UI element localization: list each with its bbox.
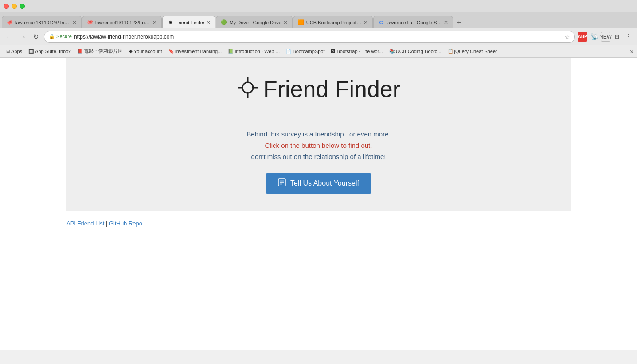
tab-ucb-bootcamp[interactable]: 🟧 UCB Bootcamp Project 1 - C... ✕ — [293, 16, 373, 28]
tab-favicon: ⊕ — [167, 19, 173, 26]
address-bar: ← → ↻ 🔒 Secure https://lawlaw-friend-fin… — [0, 28, 637, 45]
account-icon: ◆ — [129, 49, 133, 54]
tab-favicon: 🐙 — [7, 19, 13, 26]
extension-another[interactable]: ⊞ — [612, 32, 622, 42]
tab-close-button[interactable]: ✕ — [206, 19, 211, 26]
bookmark-investment[interactable]: 🔖 Investment Banking... — [166, 48, 225, 55]
bootcampspot-icon: 📄 — [286, 49, 291, 54]
tab-favicon: G — [378, 19, 384, 26]
investment-icon: 🔖 — [168, 49, 174, 54]
tab-close-button[interactable]: ✕ — [283, 19, 288, 26]
extension-cast[interactable]: 📡 — [589, 32, 599, 42]
tagline-line3: don't miss out on the relationship of a … — [246, 151, 390, 163]
bookmark-label: UCB-Coding-Bootc... — [396, 49, 442, 54]
svg-point-0 — [242, 82, 253, 93]
back-button[interactable]: ← — [4, 32, 15, 41]
bookmark-label: App Suite. Inbox — [35, 49, 71, 54]
bookmark-label: Apps — [11, 49, 22, 54]
bookmarks-overflow-button[interactable]: » — [630, 48, 633, 55]
bookmark-label: Your account — [134, 49, 162, 54]
bookmark-label: Investment Banking... — [175, 49, 222, 54]
bookmark-bootcampspot[interactable]: 📄 BootcampSpot — [283, 48, 327, 55]
fullscreen-window-button[interactable] — [20, 4, 25, 9]
tab-close-button[interactable]: ✕ — [363, 19, 368, 26]
bookmark-ucb-coding[interactable]: 📚 UCB-Coding-Bootc... — [387, 48, 444, 55]
bookmark-account[interactable]: ◆ Your account — [126, 48, 165, 55]
bookmark-label: BootcampSpot — [293, 49, 324, 54]
tab-friend-finder[interactable]: ⊕ Friend Finder ✕ — [162, 16, 215, 28]
app-title: Friend Finder — [263, 76, 400, 102]
github-repo-link[interactable]: GitHub Repo — [109, 220, 142, 227]
api-friend-list-link[interactable]: API Friend List — [66, 220, 104, 227]
secure-indicator: 🔒 Secure — [49, 34, 72, 39]
tab-favicon: 🐙 — [87, 19, 93, 26]
new-tab-button[interactable]: + — [453, 17, 465, 28]
hero-tagline: Behind this survey is a friendship...or … — [246, 128, 390, 163]
tab-friend-repo[interactable]: 🐙 lawrencel13110123/Friend... ✕ — [82, 16, 162, 28]
tab-favicon: 🟧 — [298, 19, 304, 26]
tab-google-drive[interactable]: 🟢 My Drive - Google Drive ✕ — [216, 16, 292, 28]
bookmark-label: Introduction · Web-... — [234, 49, 280, 54]
tab-favicon: 🟢 — [221, 19, 227, 26]
tab-title: Friend Finder — [176, 20, 204, 25]
app-suite-icon: 🔲 — [28, 49, 34, 54]
form-icon — [278, 178, 286, 188]
browser-extensions: ABP 📡 NEW ⊞ ⋮ — [578, 32, 633, 42]
crosshair-icon — [237, 77, 259, 102]
tab-trip[interactable]: 🐙 lawrencel13110123/Trip-C... ✕ — [2, 16, 82, 28]
footer-separator: | — [104, 220, 109, 227]
intro-web-icon: 📗 — [228, 49, 233, 54]
bookmark-label: jQuery Cheat Sheet — [454, 49, 497, 54]
tab-bar: 🐙 lawrencel13110123/Trip-C... ✕ 🐙 lawren… — [0, 12, 637, 28]
url-text: https://lawlaw-friend-finder.herokuapp.c… — [74, 34, 174, 40]
bookmark-bootstrap[interactable]: 🅱 Bootstrap · The wor... — [328, 48, 385, 55]
bookmark-intro-web[interactable]: 📗 Introduction · Web-... — [225, 48, 282, 55]
bootstrap-icon: 🅱 — [331, 49, 335, 54]
forward-button[interactable]: → — [17, 32, 28, 41]
site-title: Friend Finder — [237, 76, 400, 102]
bookmark-star-icon[interactable]: ☆ — [564, 33, 570, 40]
bookmark-label: Bootstrap · The wor... — [336, 49, 383, 54]
tab-close-button[interactable]: ✕ — [72, 19, 77, 26]
page-content: Friend Finder Behind this survey is a fr… — [0, 58, 637, 350]
cta-button-label: Tell Us About Yourself — [290, 179, 359, 187]
tab-google-search[interactable]: G lawrence liu - Google Searc... ✕ — [373, 16, 453, 28]
title-bar — [0, 0, 637, 12]
bookmarks-bar: ⊞ Apps 🔲 App Suite. Inbox 📕 電影・伊莉影片區 ◆ Y… — [0, 45, 637, 58]
tell-us-button[interactable]: Tell Us About Yourself — [266, 173, 371, 194]
apps-icon: ⊞ — [6, 49, 10, 54]
jquery-icon: 📋 — [448, 49, 453, 54]
tab-close-button[interactable]: ✕ — [444, 19, 448, 26]
close-window-button[interactable] — [4, 4, 9, 9]
browser-chrome: 🐙 lawrencel13110123/Trip-C... ✕ 🐙 lawren… — [0, 0, 637, 58]
bookmark-app-suite[interactable]: 🔲 App Suite. Inbox — [26, 48, 74, 55]
bookmark-jquery[interactable]: 📋 jQuery Cheat Sheet — [445, 48, 500, 55]
tab-close-button[interactable]: ✕ — [152, 19, 157, 26]
tab-title: My Drive - Google Drive — [229, 20, 281, 25]
hero-divider — [75, 116, 562, 116]
bookmark-label: 電影・伊莉影片區 — [84, 48, 123, 54]
chrome-menu[interactable]: ⋮ — [624, 32, 633, 42]
extension-new[interactable]: NEW — [601, 32, 610, 42]
tagline-line2: Click on the button below to find out, — [246, 140, 390, 151]
tagline-line1: Behind this survey is a friendship...or … — [246, 128, 390, 140]
footer: API Friend List | GitHub Repo — [0, 211, 637, 236]
traffic-lights — [4, 4, 25, 9]
ucb-coding-icon: 📚 — [389, 49, 395, 54]
tab-title: lawrence liu - Google Searc... — [387, 20, 442, 25]
bookmark-movies[interactable]: 📕 電影・伊莉影片區 — [74, 47, 125, 55]
tab-title: UCB Bootcamp Project 1 - C... — [306, 20, 362, 25]
extension-adblock[interactable]: ABP — [578, 32, 587, 42]
tab-title: lawrencel13110123/Friend... — [95, 20, 151, 25]
minimize-window-button[interactable] — [12, 4, 17, 9]
reload-button[interactable]: ↻ — [31, 32, 41, 42]
url-bar[interactable]: 🔒 Secure https://lawlaw-friend-finder.he… — [44, 31, 575, 43]
bookmark-apps[interactable]: ⊞ Apps — [4, 48, 25, 55]
hero-section: Friend Finder Behind this survey is a fr… — [66, 58, 571, 211]
movies-icon: 📕 — [77, 49, 82, 54]
tab-title: lawrencel13110123/Trip-C... — [15, 20, 70, 25]
